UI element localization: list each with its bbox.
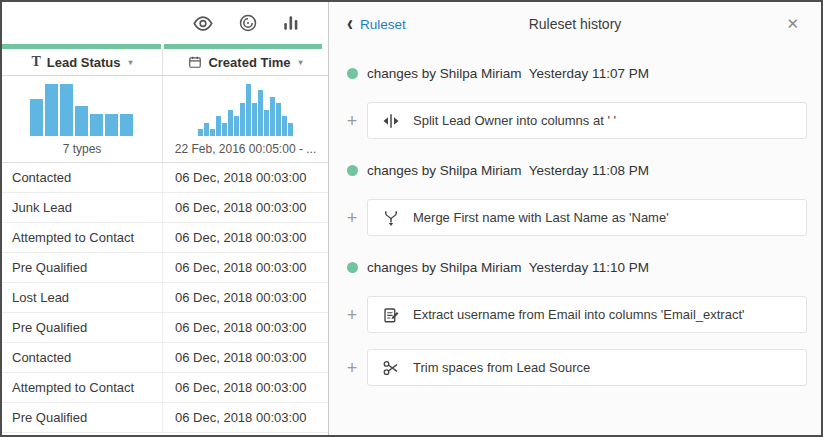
back-label: Ruleset — [360, 17, 406, 32]
histogram-bars[interactable] — [30, 84, 135, 136]
preview-toolbar — [2, 2, 328, 44]
add-rule-button[interactable]: + — [347, 112, 358, 130]
rule-card[interactable]: Split Lead Owner into columns at ' ' — [367, 102, 807, 139]
column-header-lead-status[interactable]: T Lead Status ▾ — [2, 49, 163, 75]
column-label: Created Time — [208, 55, 290, 70]
ruleset-history-timeline: changes by Shilpa Miriam Yesterday 11:07… — [329, 46, 821, 435]
panel-header: ‹ Ruleset Ruleset history ✕ — [329, 2, 821, 46]
created-time-cell[interactable]: 06 Dec, 2018 00:03:00 — [163, 253, 328, 282]
created-time-cell[interactable]: 06 Dec, 2018 00:03:00 — [163, 193, 328, 222]
split-columns-icon — [382, 112, 400, 130]
eye-icon[interactable] — [192, 15, 214, 32]
lead-status-histogram[interactable]: 7 types — [2, 76, 163, 162]
column-summary-text: 7 types — [63, 142, 102, 156]
lead-status-cell[interactable]: Attempted to Contact — [2, 223, 163, 252]
commit-text: changes by Shilpa Miriam Yesterday 11:08… — [367, 163, 649, 178]
chevron-down-icon[interactable]: ▾ — [129, 58, 133, 67]
commit-text: changes by Shilpa Miriam Yesterday 11:07… — [367, 66, 649, 81]
data-preview-panel: T Lead Status ▾ Created Time ▾ 7 types — [2, 2, 329, 435]
column-label: Lead Status — [47, 55, 121, 70]
created-time-cell[interactable]: 06 Dec, 2018 00:03:00 — [163, 223, 328, 252]
rule-text: Trim spaces from Lead Source — [413, 360, 590, 375]
table-row[interactable]: Pre Qualified 06 Dec, 2018 00:03:00 — [2, 313, 328, 343]
history-commit-entry: changes by Shilpa Miriam Yesterday 11:07… — [337, 50, 807, 94]
extract-icon — [382, 306, 400, 324]
column-summary-text: 22 Feb, 2016 00:05:00 - ... — [175, 142, 316, 156]
history-commit-entry: changes by Shilpa Miriam Yesterday 11:10… — [337, 244, 807, 288]
chevron-down-icon[interactable]: ▾ — [299, 58, 303, 67]
commit-dot-icon — [347, 68, 358, 79]
histogram-bars[interactable] — [198, 84, 294, 136]
rule-card[interactable]: Extract username from Email into columns… — [367, 296, 807, 333]
commit-dot-icon — [347, 262, 358, 273]
history-commit-entry: changes by Shilpa Miriam Yesterday 11:08… — [337, 147, 807, 191]
table-row[interactable]: Contacted 06 Dec, 2018 00:03:00 — [2, 163, 328, 193]
column-summaries: 7 types 22 Feb, 2016 00:05:00 - ... — [2, 76, 328, 163]
history-rule-entry: + Trim spaces from Lead Source — [337, 341, 807, 394]
lead-status-cell[interactable]: Pre Qualified — [2, 403, 163, 432]
rule-text: Extract username from Email into columns… — [413, 307, 745, 322]
merge-columns-icon — [382, 209, 400, 227]
commit-dot-icon — [347, 165, 358, 176]
rule-text: Split Lead Owner into columns at ' ' — [413, 113, 616, 128]
history-rule-entry: + Extract username from Email into colum… — [337, 288, 807, 341]
created-time-cell[interactable]: 06 Dec, 2018 00:03:00 — [163, 373, 328, 402]
close-icon[interactable]: ✕ — [782, 13, 803, 35]
created-time-cell[interactable]: 06 Dec, 2018 00:03:00 — [163, 163, 328, 192]
back-to-ruleset-link[interactable]: ‹ Ruleset — [347, 15, 406, 33]
data-table-body: Contacted 06 Dec, 2018 00:03:00 Junk Lea… — [2, 163, 328, 435]
created-time-cell[interactable]: 06 Dec, 2018 00:03:00 — [163, 343, 328, 372]
target-icon[interactable] — [238, 13, 258, 33]
history-rule-entry: + Merge First name with Last Name as 'Na… — [337, 191, 807, 244]
rule-card[interactable]: Trim spaces from Lead Source — [367, 349, 807, 386]
rule-text: Merge First name with Last Name as 'Name… — [413, 210, 669, 225]
lead-status-cell[interactable]: Attempted to Contact — [2, 373, 163, 402]
app-window: T Lead Status ▾ Created Time ▾ 7 types — [0, 0, 823, 437]
history-rule-entry: + Split Lead Owner into columns at ' ' — [337, 94, 807, 147]
add-rule-button[interactable]: + — [347, 209, 358, 227]
lead-status-cell[interactable]: Pre Qualified — [2, 253, 163, 282]
table-row[interactable]: Attempted to Contact 06 Dec, 2018 00:03:… — [2, 373, 328, 403]
text-type-icon: T — [31, 54, 40, 70]
histogram-bars-icon[interactable] — [282, 14, 300, 32]
panel-title: Ruleset history — [529, 16, 622, 32]
chevron-left-icon: ‹ — [347, 13, 353, 35]
created-time-cell[interactable]: 06 Dec, 2018 00:03:00 — [163, 313, 328, 342]
lead-status-cell[interactable]: Junk Lead — [2, 193, 163, 222]
lead-status-cell[interactable]: Contacted — [2, 343, 163, 372]
lead-status-cell[interactable]: Lost Lead — [2, 283, 163, 312]
column-header-created-time[interactable]: Created Time ▾ — [163, 49, 328, 75]
created-time-cell[interactable]: 06 Dec, 2018 00:03:00 — [163, 403, 328, 432]
table-row[interactable]: Pre Qualified 06 Dec, 2018 00:03:00 — [2, 253, 328, 283]
table-row[interactable]: Contacted 06 Dec, 2018 00:03:00 — [2, 343, 328, 373]
ruleset-history-panel: ‹ Ruleset Ruleset history ✕ changes by S… — [329, 2, 821, 435]
commit-text: changes by Shilpa Miriam Yesterday 11:10… — [367, 260, 649, 275]
add-rule-button[interactable]: + — [347, 306, 358, 324]
calendar-icon — [188, 55, 202, 69]
created-time-histogram[interactable]: 22 Feb, 2016 00:05:00 - ... — [163, 76, 328, 162]
trim-scissors-icon — [382, 359, 400, 377]
rule-card[interactable]: Merge First name with Last Name as 'Name… — [367, 199, 807, 236]
table-row[interactable]: Pre Qualified 06 Dec, 2018 00:03:00 — [2, 403, 328, 433]
lead-status-cell[interactable]: Pre Qualified — [2, 313, 163, 342]
table-row[interactable]: Lost Lead 06 Dec, 2018 00:03:00 — [2, 283, 328, 313]
table-row[interactable]: Attempted to Contact 06 Dec, 2018 00:03:… — [2, 223, 328, 253]
lead-status-cell[interactable]: Contacted — [2, 163, 163, 192]
created-time-cell[interactable]: 06 Dec, 2018 00:03:00 — [163, 283, 328, 312]
add-rule-button[interactable]: + — [347, 359, 358, 377]
column-headers: T Lead Status ▾ Created Time ▾ — [2, 49, 328, 76]
table-row[interactable]: Junk Lead 06 Dec, 2018 00:03:00 — [2, 193, 328, 223]
